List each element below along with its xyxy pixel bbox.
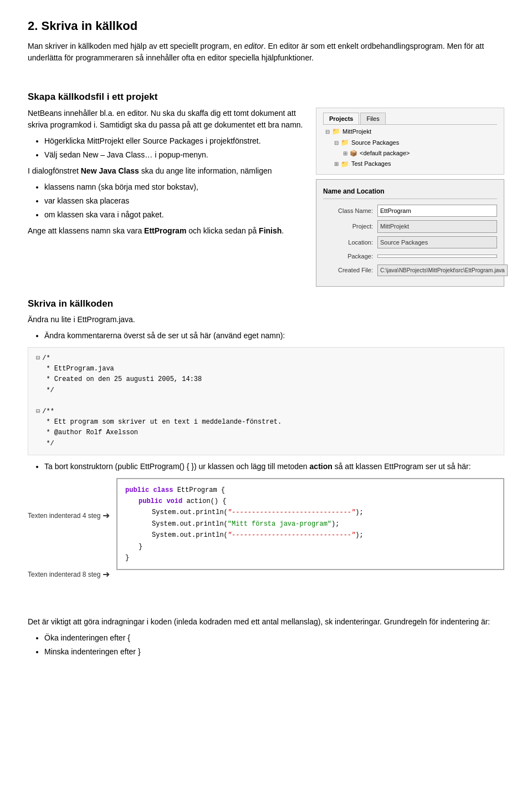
bullet-item: klassens namn (ska börja med stor boksta…	[44, 181, 305, 193]
bullet-item: om klassen ska vara i något paket.	[44, 209, 305, 221]
indent-diagram: Texten indenterad 4 steg ➜ Texten indent…	[28, 478, 504, 599]
indent8-text: Texten indenterad 8 steg	[28, 570, 100, 579]
kw-void: void	[166, 497, 182, 505]
intro-paragraph: Man skriver in källkoden med hjälp av et…	[28, 40, 504, 64]
tab-projects[interactable]: Projects	[323, 113, 359, 125]
code-text: * Created on den 25 augusti 2005, 14:38	[42, 375, 202, 383]
tree-source-packages: ⊟ 📁 Source Packages	[323, 137, 497, 148]
s1p3-bold2: Finish	[259, 226, 282, 235]
section2-p1: Ändra nu lite i EttProgram.java.	[28, 314, 504, 326]
project-panel: Projects Files ⊟ 📁 MittProjekt ⊟ 📁 Sourc…	[316, 108, 504, 175]
dialog-value-created: C:\java\NBProjects\MittProjekt\src\EttPr…	[377, 265, 508, 276]
dialog-value-classname[interactable]: EttProgram	[377, 205, 497, 217]
dialog-value-location: Source Packages	[377, 236, 497, 249]
dialog-panel: Name and Location Class Name: EttProgram…	[316, 179, 504, 287]
kw-class: class	[153, 486, 173, 494]
s1p3-end: .	[282, 226, 284, 235]
arrow-right-icon: ➜	[103, 568, 110, 581]
s1p3-rest: och klicka sedan på	[186, 226, 259, 235]
code-line: * Created on den 25 augusti 2005, 14:38	[36, 374, 496, 385]
section1-layout: NetBeans innehåller bl.a. en editor. Nu …	[28, 108, 504, 287]
bullet-item: Minska indenteringen efter }	[44, 646, 504, 658]
section1-left: NetBeans innehåller bl.a. en editor. Nu …	[28, 108, 305, 287]
page-heading: 2. Skriva in källkod	[28, 17, 504, 35]
indent4-text: Texten indenterad 4 steg	[28, 511, 100, 521]
code-block-2: public class EttProgram { public void ac…	[116, 478, 504, 571]
bullet-item: Välj sedan New – Java Class… i popup-men…	[44, 149, 305, 161]
section1-p3: Ange att klassens namn ska vara EttProgr…	[28, 225, 305, 237]
expand-icon: ⊟	[334, 139, 339, 147]
tab-files[interactable]: Files	[360, 113, 385, 125]
section2-bullet1-list: Ändra kommentarerna överst så de ser ut …	[44, 330, 504, 342]
indent-labels: Texten indenterad 4 steg ➜ Texten indent…	[28, 478, 116, 599]
tree-root: ⊟ 📁 MittProjekt	[323, 126, 497, 137]
s1p2-rest: ska du ange lite information, nämligen	[139, 166, 272, 175]
dialog-value-project: MittProjekt	[377, 220, 497, 233]
code-line: * Ett program som skriver ut en text i m…	[36, 417, 496, 428]
tree-test-packages: ⊞ 📁 Test Packages	[323, 159, 497, 170]
s1p2-bold: New Java Class	[81, 166, 139, 175]
dialog-value-package[interactable]	[377, 255, 497, 258]
code-line: ⊟/*	[36, 353, 496, 364]
code-line: * EttProgram.java	[36, 364, 496, 374]
line-marker	[36, 418, 40, 426]
line-marker	[36, 387, 40, 394]
bullet-item: Öka indenteringen efter {	[44, 632, 504, 644]
code-text: * EttProgram.java	[42, 365, 114, 373]
code-line: */	[36, 439, 496, 449]
s1p1-text: NetBeans innehåller bl.a. en editor. Nu …	[28, 109, 303, 129]
dialog-row-created: Created File: C:\java\NBProjects\MittPro…	[323, 265, 497, 276]
code-line: * @author Rolf Axelsson	[36, 428, 496, 438]
line-marker	[36, 375, 40, 383]
package-icon: 📦	[350, 149, 357, 158]
code-text: * Ett program som skriver ut en text i m…	[42, 418, 282, 426]
code-text: }	[139, 543, 142, 551]
bullet-item: var klassen ska placeras	[44, 195, 305, 207]
code-text: EttProgram {	[177, 486, 225, 494]
s1p3-text: Ange att klassens namn ska vara	[28, 226, 144, 235]
bullet2-rest: så att klassen EttProgram ser ut så här:	[332, 462, 471, 471]
intro-em: editor	[244, 42, 264, 50]
tree-default-package: ⊞ 📦 <default package>	[323, 148, 497, 159]
line-marker: ⊟	[36, 354, 40, 362]
bullet-item: Högerklicka MittProjekt eller Source Pac…	[44, 135, 305, 147]
page-container: 2. Skriva in källkod Man skriver in käll…	[28, 17, 504, 658]
code-text: System.out.println("--------------------…	[152, 531, 364, 539]
code-line: public class EttProgram {	[125, 485, 495, 496]
expand-icon: ⊟	[325, 128, 330, 136]
section2-bullet2: Ta bort konstruktorn (public EttProgram(…	[44, 461, 504, 472]
section3-bullets: Öka indenteringen efter { Minska indente…	[44, 632, 504, 658]
line-marker: ⊟	[36, 408, 40, 415]
s1p3-bold: EttProgram	[144, 226, 186, 235]
section1-bullets2: klassens namn (ska börja med stor boksta…	[44, 181, 305, 221]
dialog-row-classname: Class Name: EttProgram	[323, 205, 497, 217]
indent-label-4: Texten indenterad 4 steg ➜	[28, 509, 116, 522]
tree-item-label: MittProjekt	[342, 127, 371, 136]
code-line: }	[125, 552, 495, 563]
code-text: System.out.println("Mitt första java-pro…	[152, 520, 339, 528]
tree-item-label: Source Packages	[351, 138, 399, 148]
section1-heading: Skapa källkodsfil i ett projekt	[28, 90, 504, 104]
bullet2-text: Ta bort konstruktorn (public EttProgram(…	[44, 462, 310, 471]
s1p2-text: I dialogfönstret	[28, 166, 81, 175]
section2-bullet2-list: Ta bort konstruktorn (public EttProgram(…	[44, 461, 504, 472]
code-line: ⊟/**	[36, 406, 496, 417]
dialog-label: Created File:	[323, 266, 373, 275]
code-text: * @author Rolf Axelsson	[42, 429, 138, 436]
section1-right: Projects Files ⊟ 📁 MittProjekt ⊟ 📁 Sourc…	[316, 108, 504, 287]
section2-bullet1: Ändra kommentarerna överst så de ser ut …	[44, 330, 504, 342]
line-marker	[36, 365, 40, 373]
dialog-label: Project:	[323, 222, 373, 231]
code-text: */	[42, 387, 54, 394]
code-text: */	[42, 440, 54, 448]
code-line: }	[139, 541, 495, 552]
bullet2-bold: action	[310, 462, 332, 471]
line-marker	[36, 440, 40, 448]
code-line	[36, 396, 496, 406]
section1-p2: I dialogfönstret New Java Class ska du a…	[28, 165, 305, 177]
section1-p1: NetBeans innehåller bl.a. en editor. Nu …	[28, 108, 305, 131]
indent-label-8: Texten indenterad 8 steg ➜	[28, 568, 116, 581]
project-tab-bar: Projects Files	[323, 113, 497, 125]
s3p1-text: Det är viktigt att göra indragningar i k…	[28, 617, 490, 626]
dialog-row-project: Project: MittProjekt	[323, 220, 497, 233]
